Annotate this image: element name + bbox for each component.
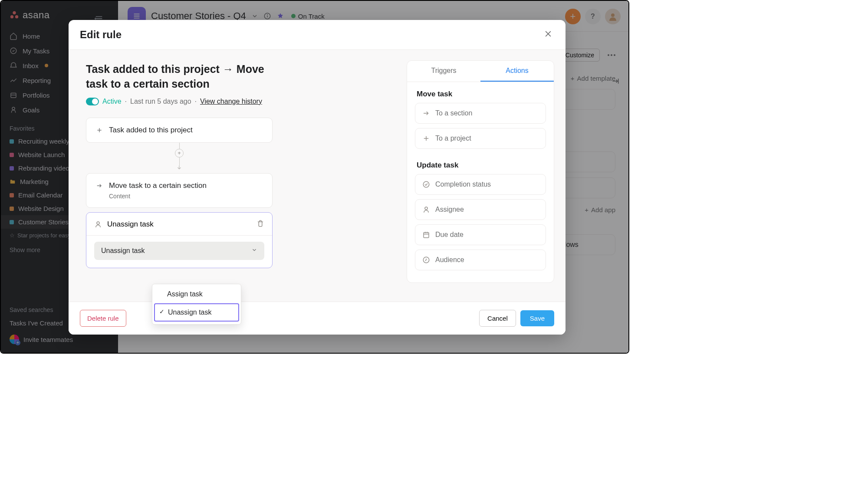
action-audience[interactable]: Audience	[415, 250, 546, 270]
svg-rect-31	[424, 233, 429, 238]
action-to-project[interactable]: To a project	[415, 128, 546, 149]
assignee-mode-dropdown: Assign task Unassign task	[152, 284, 241, 325]
close-icon[interactable]	[542, 28, 554, 42]
rule-meta: Active · Last run 5 days ago · View chan…	[86, 98, 389, 105]
action-to-section[interactable]: To a section	[415, 103, 546, 124]
action-node-move[interactable]: Move task to a certain section Content	[86, 173, 273, 208]
add-step-button[interactable]: +	[175, 149, 184, 158]
svg-point-25	[97, 222, 99, 224]
action-completion[interactable]: Completion status	[415, 174, 546, 195]
option-assign-task[interactable]: Assign task	[152, 286, 241, 302]
modal-title: Edit rule	[80, 29, 122, 41]
last-run: Last run 5 days ago	[130, 98, 191, 105]
modal-body: Task added to this project → Move task t…	[69, 50, 566, 302]
panel-tabs: Triggers Actions	[407, 61, 554, 82]
action-assignee[interactable]: Assignee	[415, 199, 546, 220]
flow-connector: +	[86, 143, 273, 173]
tab-triggers[interactable]: Triggers	[407, 61, 480, 82]
trigger-node[interactable]: Task added to this project	[86, 118, 273, 143]
active-toggle[interactable]	[86, 98, 99, 105]
chevron-down-icon	[251, 247, 257, 255]
plus-icon	[96, 127, 103, 134]
save-button[interactable]: Save	[520, 310, 554, 326]
rule-title: Task added to this project → Move task t…	[86, 62, 268, 92]
modal-footer: Delete rule Cancel Save	[69, 302, 566, 335]
cancel-button[interactable]: Cancel	[479, 310, 516, 327]
action-name: Unassign task	[107, 220, 154, 229]
rule-flow: Task added to this project + Move task t…	[86, 118, 273, 268]
person-icon	[94, 220, 102, 228]
arrow-down-icon	[176, 164, 182, 171]
edit-rule-modal: Edit rule Task added to this project → M…	[69, 20, 566, 335]
group-update-task: Update task	[407, 153, 554, 174]
modal-header: Edit rule	[69, 20, 566, 50]
option-unassign-task[interactable]: Unassign task	[154, 303, 239, 322]
action-detail: Content	[109, 193, 263, 200]
active-label: Active	[102, 98, 122, 105]
svg-point-30	[425, 207, 427, 210]
view-history-link[interactable]: View change history	[200, 98, 262, 105]
actions-panel: Triggers Actions Move task To a section …	[407, 60, 554, 283]
arrow-right-icon	[96, 182, 103, 189]
action-due-date[interactable]: Due date	[415, 224, 546, 245]
tab-actions[interactable]: Actions	[480, 61, 554, 82]
group-move-task: Move task	[407, 82, 554, 103]
delete-action-icon[interactable]	[256, 220, 264, 229]
action-node-unassign: Unassign task Unassign task	[86, 212, 273, 268]
rule-editor: Task added to this project → Move task t…	[69, 50, 407, 302]
delete-rule-button[interactable]: Delete rule	[80, 310, 126, 327]
assignee-mode-select[interactable]: Unassign task	[94, 242, 264, 260]
svg-point-29	[423, 181, 429, 187]
